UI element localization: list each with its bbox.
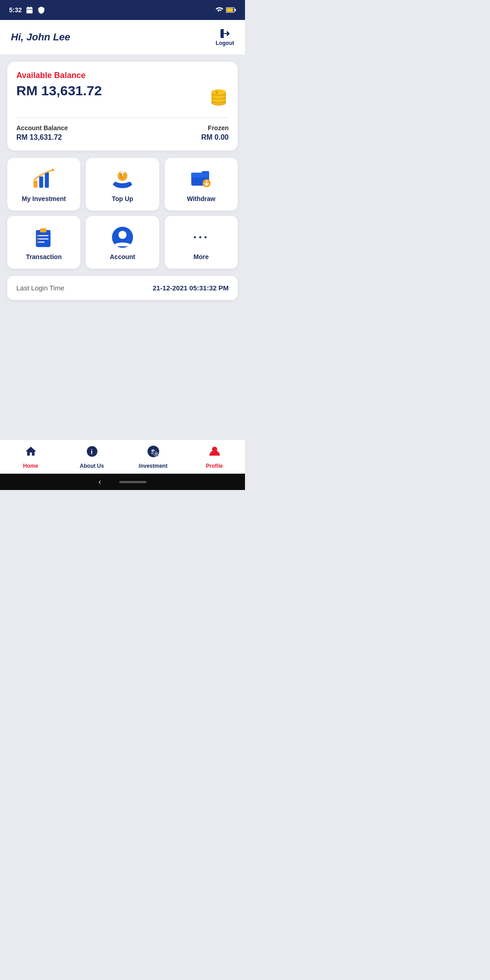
nav-home[interactable]: Home: [13, 445, 49, 469]
action-grid: My Investment $ Top Up: [7, 158, 238, 269]
balance-row: RM 13,631.72 $: [16, 83, 229, 110]
status-right: [214, 6, 236, 14]
svg-rect-27: [40, 228, 46, 232]
more-label: More: [194, 253, 209, 260]
account-balance-col: Account Balance RM 13,631.72: [16, 124, 68, 142]
greeting-text: Hi, John Lee: [11, 31, 70, 43]
frozen-label: Frozen: [201, 124, 229, 132]
logout-button[interactable]: Logout: [216, 28, 234, 46]
nav-profile-label: Profile: [206, 463, 223, 469]
logout-label: Logout: [216, 40, 234, 46]
withdraw-icon: [190, 168, 212, 191]
logout-icon: [220, 28, 230, 39]
svg-point-31: [37, 235, 39, 237]
nav-investment-label: Investment: [139, 463, 167, 469]
svg-text:i: i: [91, 448, 93, 456]
svg-rect-6: [235, 9, 236, 11]
status-bar: 5:32: [0, 0, 245, 20]
svg-rect-17: [39, 176, 43, 188]
nav-about-us[interactable]: i About Us: [74, 445, 110, 469]
last-login-label: Last Login Time: [16, 284, 64, 292]
account-balance-amount: RM 13,631.72: [16, 133, 68, 142]
account-details-row: Account Balance RM 13,631.72 Frozen RM 0…: [16, 124, 229, 142]
system-bar: ‹: [0, 474, 245, 490]
transaction-label: Transaction: [26, 253, 62, 260]
profile-nav-icon: [208, 445, 221, 461]
last-login-value: 21-12-2021 05:31:32 PM: [152, 284, 229, 292]
transaction-icon: [33, 226, 55, 249]
balance-card: Available Balance RM 13,631.72 $: [7, 62, 238, 151]
last-login-card: Last Login Time 21-12-2021 05:31:32 PM: [7, 276, 238, 300]
svg-rect-24: [191, 173, 209, 178]
svg-text:$: $: [216, 90, 218, 95]
transaction-button[interactable]: Transaction: [7, 216, 80, 269]
svg-rect-18: [44, 172, 49, 188]
svg-rect-5: [226, 8, 233, 12]
svg-text:🔍: 🔍: [154, 452, 159, 457]
available-balance-label: Available Balance: [16, 71, 229, 80]
top-up-label: Top Up: [112, 195, 133, 202]
svg-point-33: [37, 241, 39, 243]
nav-investment[interactable]: $ 🔍 Investment: [135, 445, 172, 469]
account-icon: [111, 226, 134, 249]
my-investment-label: My Investment: [22, 195, 66, 202]
investment-icon: [33, 168, 55, 191]
top-up-button[interactable]: $ Top Up: [86, 158, 159, 211]
svg-rect-0: [26, 7, 33, 14]
nav-about-us-label: About Us: [80, 463, 104, 469]
svg-point-32: [37, 238, 39, 240]
battery-icon: [226, 7, 236, 13]
divider: [16, 118, 229, 118]
svg-point-19: [52, 169, 54, 171]
main-content: Available Balance RM 13,631.72 $: [0, 54, 245, 439]
svg-point-35: [118, 231, 127, 239]
topup-icon: $: [111, 168, 134, 191]
nav-home-label: Home: [23, 463, 38, 469]
frozen-amount: RM 0.00: [201, 133, 229, 142]
more-dots-icon: ···: [193, 226, 209, 249]
coins-icon: $: [203, 83, 229, 110]
status-left: 5:32: [9, 6, 45, 14]
about-us-icon: i: [86, 445, 98, 461]
svg-point-14: [211, 89, 226, 95]
time-display: 5:32: [9, 6, 22, 14]
nav-profile[interactable]: Profile: [196, 445, 233, 469]
balance-amount: RM 13,631.72: [16, 83, 102, 98]
withdraw-button[interactable]: Withdraw: [165, 158, 238, 211]
account-label: Account: [110, 253, 135, 260]
bottom-nav: Home i About Us $ 🔍 Investment: [0, 439, 245, 474]
withdraw-label: Withdraw: [187, 195, 216, 202]
more-button[interactable]: ··· More: [165, 216, 238, 269]
my-investment-button[interactable]: My Investment: [7, 158, 80, 211]
shield-icon: [37, 6, 45, 14]
svg-rect-16: [33, 181, 37, 188]
back-button[interactable]: ‹: [98, 478, 101, 486]
frozen-col: Frozen RM 0.00: [201, 124, 229, 142]
account-balance-label: Account Balance: [16, 124, 68, 132]
home-pill[interactable]: [119, 481, 147, 483]
account-button[interactable]: Account: [86, 216, 159, 269]
calendar-icon: [25, 6, 34, 14]
investment-nav-icon: $ 🔍: [147, 445, 160, 461]
wifi-icon: [214, 6, 223, 14]
app-header: Hi, John Lee Logout: [0, 20, 245, 54]
home-icon: [24, 445, 37, 461]
